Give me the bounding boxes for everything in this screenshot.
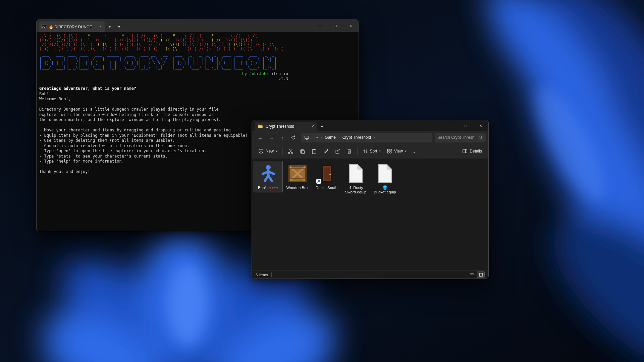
sort-icon xyxy=(363,148,368,154)
breadcrumb: Game›Crypt Threshold› xyxy=(323,135,376,140)
ascii-flames-art: )\ ) )\ ) )\ ) * ( * ) ( /( )\ ) # ( /( … xyxy=(39,34,356,51)
console-line: Greetings adventurer, What is your name? xyxy=(39,86,356,92)
terminal-tab-title: 🔥 DIRECTORY DUNGEON 🔥 xyxy=(49,24,97,29)
file-item-label: Wooden Box xyxy=(286,186,309,190)
file-explorer-window: Crypt Threshold × + – □ × ← → ↑ › ··· xyxy=(252,120,489,279)
breadcrumb-chevron-icon: › xyxy=(373,135,376,139)
file-item[interactable]: Bob! - ♥♥♥♥ xyxy=(254,161,283,192)
close-button[interactable]: × xyxy=(473,120,488,131)
file-item[interactable]: 🗡 Rusty Sword.equip xyxy=(341,161,370,197)
sort-button-label: Sort xyxy=(370,149,377,154)
console-line xyxy=(39,102,356,107)
delete-button[interactable] xyxy=(343,146,355,157)
desktop: 🔥 DIRECTORY DUNGEON 🔥 × + ▾ – □ × )\ ) )… xyxy=(0,0,644,362)
breadcrumb-overflow-button[interactable]: ··· xyxy=(313,135,320,140)
copy-button[interactable] xyxy=(297,146,308,157)
toolbar-divider xyxy=(282,147,283,155)
chevron-down-icon: ▾ xyxy=(405,149,407,153)
terminal-window-controls: – □ × xyxy=(312,20,359,32)
file-item[interactable]: 🪣 Bucket.equip xyxy=(370,161,399,197)
byline-site: .itch.io xyxy=(269,71,288,76)
up-button[interactable]: ↑ xyxy=(277,132,288,142)
paste-button[interactable] xyxy=(308,146,320,157)
file-item-label: 🗡 Rusty Sword.equip xyxy=(342,186,370,194)
status-large-icons-view-icon[interactable] xyxy=(477,272,485,278)
explorer-tabbar[interactable]: Crypt Threshold × + – □ × xyxy=(252,120,488,131)
view-grid-icon xyxy=(387,148,392,154)
console-line: Directory Dungeon is a little dungeon cr… xyxy=(39,107,356,112)
breadcrumb-chevron-icon: › xyxy=(337,135,341,139)
file-item[interactable]: Wooden Box xyxy=(283,161,312,192)
status-divider xyxy=(271,273,272,277)
breadcrumb-item[interactable]: Game xyxy=(323,135,337,140)
person-icon xyxy=(258,163,279,184)
status-bar: 5 items xyxy=(252,270,488,279)
toolbar-divider xyxy=(357,147,358,155)
explorer-tab[interactable]: Crypt Threshold × xyxy=(255,122,317,131)
rename-button[interactable] xyxy=(320,146,332,157)
chevron-down-icon: ▾ xyxy=(379,149,381,153)
search-input[interactable] xyxy=(437,135,477,140)
crate-icon xyxy=(287,163,308,184)
search-icon[interactable] xyxy=(478,135,483,140)
more-options-button[interactable]: … xyxy=(409,146,420,157)
ascii-title-art: ___ ___ ___ ___ ___ _____ ___ ___ __ __ … xyxy=(39,52,356,70)
version-label: v1.3 xyxy=(39,76,288,81)
close-button[interactable]: × xyxy=(343,20,359,32)
view-button-label: View xyxy=(394,149,403,154)
sort-button[interactable]: Sort ▾ xyxy=(360,146,384,157)
new-tab-button[interactable]: + xyxy=(317,122,327,131)
explorer-tab-title: Crypt Threshold xyxy=(266,124,309,129)
details-pane-icon xyxy=(462,148,468,154)
file-icon xyxy=(345,163,367,184)
file-item-label: 🪣 Bucket.equip xyxy=(371,186,399,194)
explorer-window-controls: – □ × xyxy=(443,120,488,131)
minimize-button[interactable]: – xyxy=(312,20,328,32)
navigation-bar: ← → ↑ › ··· › Game›Crypt Threshold› xyxy=(252,131,488,144)
minimize-button[interactable]: – xyxy=(443,120,458,131)
refresh-button[interactable] xyxy=(288,132,299,142)
breadcrumb-chevron-icon: › xyxy=(309,135,313,139)
shortcut-arrow-icon xyxy=(316,179,321,184)
chevron-down-icon: ▾ xyxy=(276,149,277,153)
console-line: Welcome Bob!, xyxy=(39,97,356,102)
share-button[interactable] xyxy=(332,146,343,157)
new-tab-button[interactable]: + xyxy=(105,21,114,32)
this-pc-icon xyxy=(304,135,309,140)
terminal-tab[interactable]: 🔥 DIRECTORY DUNGEON 🔥 × xyxy=(39,21,105,32)
breadcrumb-chevron-icon: › xyxy=(320,135,323,139)
new-plus-icon xyxy=(258,148,264,154)
tab-close-icon[interactable]: × xyxy=(312,124,314,129)
tab-dropdown-icon[interactable]: ▾ xyxy=(114,21,124,32)
forward-button[interactable]: → xyxy=(266,132,277,142)
health-hearts: ♥♥♥♥ xyxy=(269,186,278,190)
address-bar[interactable]: › ··· › Game›Crypt Threshold› xyxy=(301,133,432,142)
back-button[interactable]: ← xyxy=(255,132,266,142)
door-icon xyxy=(316,163,337,184)
tab-close-icon[interactable]: × xyxy=(99,24,102,29)
details-button-label: Details xyxy=(470,149,482,154)
folder-icon xyxy=(258,124,263,129)
file-icon xyxy=(374,163,396,184)
file-list-area[interactable]: Bob! - ♥♥♥♥Wooden BoxDoor - South🗡 Rusty… xyxy=(252,159,488,270)
file-item-label: Bob! - ♥♥♥♥ xyxy=(258,186,278,190)
breadcrumb-item[interactable]: Crypt Threshold xyxy=(341,135,373,140)
file-item-label: Door - South xyxy=(316,186,337,190)
new-button-label: New xyxy=(266,149,274,154)
byline: by JuhrJuhr.itch.io xyxy=(39,71,288,76)
terminal-app-icon xyxy=(41,24,47,29)
console-line: Bob! xyxy=(39,92,356,97)
maximize-button[interactable]: □ xyxy=(458,120,473,131)
command-toolbar: New ▾ xyxy=(252,144,488,159)
view-button[interactable]: View ▾ xyxy=(384,146,409,157)
maximize-button[interactable]: □ xyxy=(328,20,343,32)
terminal-titlebar[interactable]: 🔥 DIRECTORY DUNGEON 🔥 × + ▾ – □ × xyxy=(37,20,359,32)
file-item[interactable]: Door - South xyxy=(312,161,341,192)
status-details-view-icon[interactable] xyxy=(468,272,476,278)
details-pane-button[interactable]: Details xyxy=(459,146,485,157)
byline-author: by JuhrJuhr xyxy=(242,71,269,76)
new-button[interactable]: New ▾ xyxy=(255,146,280,157)
console-line: explorer with the console window helping… xyxy=(39,112,356,118)
search-box[interactable] xyxy=(435,133,486,142)
cut-button[interactable] xyxy=(285,146,297,157)
